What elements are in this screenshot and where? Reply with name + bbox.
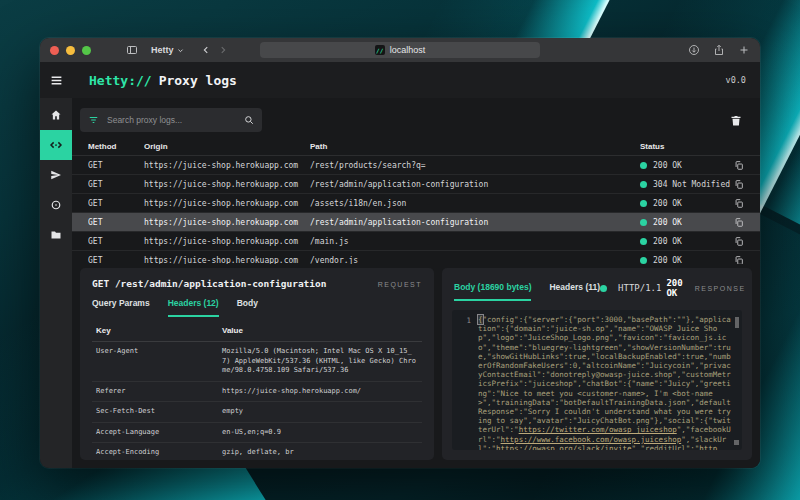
header-key: Accept-Language [96, 428, 222, 438]
trash-icon[interactable] [730, 114, 742, 127]
chevron-down-icon [177, 47, 184, 54]
cell-path: /rest/admin/application-configuration [310, 218, 640, 227]
request-summary-row: GET /rest/admin/application-configuratio… [92, 278, 422, 289]
header-value: empty [222, 407, 418, 417]
body-link[interactable]: https://owasp.org/slack/invite [496, 444, 631, 450]
download-icon[interactable] [688, 44, 700, 56]
detail-panels: GET /rest/admin/application-configuratio… [72, 264, 760, 468]
cell-path: /rest/admin/application-configuration [310, 180, 640, 189]
new-tab-icon[interactable] [738, 44, 750, 56]
send-icon [50, 169, 62, 181]
body-link[interactable]: https://www.facebook.com/owasp.juiceshop [501, 435, 682, 444]
cell-origin: https://juice-shop.herokuapp.com [144, 161, 310, 170]
body-text: "config":{"server":{"port":3000,"basePat… [478, 315, 731, 434]
status-dot-icon [600, 285, 607, 292]
header-key: Referer [96, 387, 222, 397]
cell-status: 200 OK [640, 199, 734, 208]
copy-button[interactable] [734, 217, 760, 228]
maximize-icon[interactable] [82, 46, 91, 55]
header-value: https://juice-shop.herokuapp.com/ [222, 387, 418, 397]
response-body-viewer[interactable]: 1 {"config":{"server":{"port":3000,"base… [452, 310, 742, 450]
status-text: 200 OK [653, 237, 682, 246]
browser-titlebar: Hetty // localhost [40, 38, 760, 62]
search-input[interactable] [105, 114, 238, 126]
search-box[interactable] [80, 108, 262, 132]
cell-method: GET [88, 161, 144, 170]
cell-method: GET [88, 237, 144, 246]
cell-status: 304 Not Modified [640, 180, 734, 189]
cell-path: /assets/i18n/en.json [310, 199, 640, 208]
forward-button[interactable] [218, 45, 228, 55]
status-dot-icon [640, 219, 647, 226]
cell-path: /main.js [310, 237, 640, 246]
scrollbar-corner [734, 440, 739, 445]
response-header-row: Body (18690 bytes)Headers (11) HTTP/1.1 … [442, 268, 752, 304]
copy-button[interactable] [734, 236, 760, 247]
content-area: Method Origin Path Status GEThttps://jui… [40, 98, 760, 468]
sidebar-toggle-icon[interactable] [126, 44, 138, 56]
request-tabs: Query ParamsHeaders (12)Body [92, 298, 422, 317]
copy-button[interactable] [734, 179, 760, 190]
tab-body-18690-bytes[interactable]: Body (18690 bytes) [454, 282, 531, 301]
response-tabs: Body (18690 bytes)Headers (11) [454, 282, 600, 301]
cell-method: GET [88, 218, 144, 227]
main-panel: Method Origin Path Status GEThttps://jui… [72, 98, 760, 468]
cell-path: /rest/products/search?q= [310, 161, 640, 170]
copy-button[interactable] [734, 255, 760, 265]
header-value: Mozilla/5.0 (Macintosh; Intel Mac OS X 1… [222, 347, 418, 376]
close-icon[interactable] [50, 46, 59, 55]
line-number: 1 [458, 315, 478, 445]
url-text: localhost [390, 45, 426, 55]
search-icon[interactable] [244, 115, 254, 125]
cell-path: /vendor.js [310, 256, 640, 265]
header-value: gzip, deflate, br [222, 448, 418, 458]
app-menu-button[interactable]: Hetty [151, 45, 184, 55]
site-favicon: // [375, 45, 385, 55]
status-text: 200 OK [653, 161, 682, 170]
share-icon[interactable] [713, 44, 725, 56]
response-panel-label: RESPONSE [695, 285, 746, 298]
body-link[interactable]: https://twitter.com/owasp_juiceshop [519, 425, 677, 434]
table-row[interactable]: GEThttps://juice-shop.herokuapp.com/rest… [72, 213, 760, 232]
table-row[interactable]: GEThttps://juice-shop.herokuapp.com/main… [72, 232, 760, 251]
sidebar-item-proxy-logs[interactable] [40, 130, 72, 160]
tab-headers-11[interactable]: Headers (11) [549, 282, 600, 301]
status-text: 200 OK [653, 199, 682, 208]
col-path: Path [310, 142, 640, 151]
hamburger-icon[interactable] [40, 74, 72, 87]
cell-method: GET [88, 256, 144, 265]
sidebar-item-projects[interactable] [40, 220, 72, 250]
sidebar-item-sender[interactable] [40, 160, 72, 190]
sidebar-item-home[interactable] [40, 100, 72, 130]
back-button[interactable] [201, 45, 211, 55]
table-row[interactable]: GEThttps://juice-shop.herokuapp.com/asse… [72, 194, 760, 213]
copy-button[interactable] [734, 198, 760, 209]
status-text: 304 Not Modified [653, 180, 730, 189]
tab-query-params[interactable]: Query Params [92, 298, 150, 317]
tab-body[interactable]: Body [237, 298, 258, 317]
code-icon [49, 138, 63, 152]
col-origin: Origin [144, 142, 310, 151]
toolbar [72, 98, 760, 138]
brand-logo: Hetty:// [89, 73, 152, 88]
minimize-icon[interactable] [66, 46, 75, 55]
cell-method: GET [88, 180, 144, 189]
table-row[interactable]: GEThttps://juice-shop.herokuapp.com/rest… [72, 175, 760, 194]
copy-button[interactable] [734, 160, 760, 171]
url-bar[interactable]: // localhost [260, 42, 540, 58]
app-header: Hetty:// Proxy logs v0.0 [40, 62, 760, 98]
scrollbar-thumb[interactable] [735, 317, 739, 328]
hetty-window: Hetty // localhost [40, 38, 760, 468]
folder-icon [50, 229, 62, 241]
table-row[interactable]: GEThttps://juice-shop.herokuapp.com/rest… [72, 156, 760, 175]
table-row[interactable]: GEThttps://juice-shop.herokuapp.com/vend… [72, 251, 760, 264]
header-row: Refererhttps://juice-shop.herokuapp.com/ [92, 382, 422, 403]
cell-origin: https://juice-shop.herokuapp.com [144, 256, 310, 265]
request-panel-label: REQUEST [378, 281, 422, 288]
tab-headers-12[interactable]: Headers (12) [168, 298, 219, 317]
titlebar-actions [688, 44, 750, 56]
filter-icon[interactable] [88, 115, 99, 125]
header-key: User-Agent [96, 347, 222, 376]
sidebar-item-intercept[interactable] [40, 190, 72, 220]
header-row: Accept-Languageen-US,en;q=0.9 [92, 423, 422, 444]
